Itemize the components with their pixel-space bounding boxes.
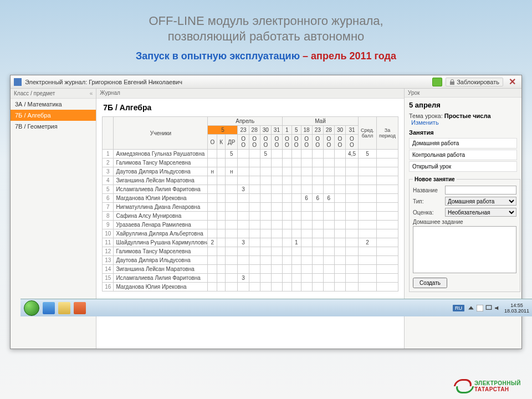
grade-cell[interactable]: 6	[312, 194, 323, 203]
grade-cell[interactable]	[249, 221, 260, 229]
grade-cell[interactable]	[291, 194, 301, 203]
homework-textarea[interactable]	[413, 226, 516, 273]
grade-cell[interactable]	[249, 212, 260, 221]
grade-cell[interactable]	[301, 185, 312, 194]
grade-cell[interactable]	[208, 176, 217, 185]
grade-cell[interactable]	[346, 247, 359, 256]
grade-cell[interactable]: 3	[238, 274, 249, 283]
grade-cell[interactable]	[249, 283, 260, 291]
grade-cell[interactable]	[226, 176, 238, 185]
grade-cell[interactable]	[260, 238, 271, 247]
grade-cell[interactable]	[312, 238, 323, 247]
grade-cell[interactable]	[226, 221, 238, 229]
grade-cell[interactable]	[217, 150, 226, 158]
grade-cell[interactable]: 2	[208, 238, 217, 247]
grade-cell[interactable]	[282, 221, 291, 229]
grade-cell[interactable]	[260, 203, 271, 212]
grade-cell[interactable]	[312, 212, 323, 221]
grade-cell[interactable]: н	[208, 167, 217, 176]
grade-cell[interactable]	[282, 150, 291, 158]
grade-cell[interactable]	[323, 221, 334, 229]
grade-cell[interactable]	[301, 176, 312, 185]
grade-cell[interactable]	[217, 283, 226, 291]
activity-item-0[interactable]: Домашняя работа	[409, 138, 517, 149]
grade-cell[interactable]	[323, 238, 334, 247]
grade-cell[interactable]	[301, 150, 312, 158]
grade-cell[interactable]	[217, 256, 226, 265]
grade-cell[interactable]	[271, 194, 282, 203]
grade-cell[interactable]	[358, 256, 376, 265]
grade-cell[interactable]	[260, 274, 271, 283]
grade-cell[interactable]	[301, 212, 312, 221]
grade-cell[interactable]	[282, 185, 291, 194]
grade-cell[interactable]	[282, 176, 291, 185]
grade-cell[interactable]	[217, 274, 226, 283]
grade-cell[interactable]	[208, 150, 217, 158]
grade-cell[interactable]	[238, 265, 249, 274]
grade-cell[interactable]	[312, 167, 323, 176]
grade-cell[interactable]	[346, 265, 359, 274]
grade-cell[interactable]	[323, 265, 334, 274]
grade-cell[interactable]	[346, 274, 359, 283]
grade-cell[interactable]	[271, 238, 282, 247]
grade-cell[interactable]	[358, 194, 376, 203]
grade-cell[interactable]	[238, 150, 249, 158]
volume-icon[interactable]	[494, 305, 501, 311]
sidebar-item-0[interactable]: 3А / Математика	[11, 99, 96, 110]
grade-cell[interactable]	[377, 158, 398, 167]
grade-cell[interactable]	[260, 247, 271, 256]
grade-cell[interactable]	[358, 203, 376, 212]
taskbar-clock[interactable]: 14:55 18.03.2011	[504, 303, 529, 314]
grade-cell[interactable]	[334, 221, 345, 229]
grade-cell[interactable]	[291, 150, 301, 158]
grade-cell[interactable]	[291, 256, 301, 265]
grade-cell[interactable]	[208, 247, 217, 256]
grade-cell[interactable]	[260, 167, 271, 176]
grade-cell[interactable]	[323, 247, 334, 256]
grade-cell[interactable]	[238, 221, 249, 229]
grade-cell[interactable]	[282, 203, 291, 212]
grade-cell[interactable]	[208, 265, 217, 274]
grade-cell[interactable]	[346, 185, 359, 194]
grade-cell[interactable]	[217, 185, 226, 194]
grade-cell[interactable]	[312, 150, 323, 158]
grade-cell[interactable]	[226, 256, 238, 265]
sidebar-item-1[interactable]: 7Б / Алгебра	[11, 110, 96, 121]
grade-cell[interactable]	[238, 256, 249, 265]
taskbar-powerpoint-icon[interactable]	[74, 302, 86, 314]
activity-item-1[interactable]: Контрольная работа	[409, 150, 517, 160]
grade-cell[interactable]	[249, 265, 260, 274]
taskbar-ie-icon[interactable]	[43, 302, 55, 314]
grade-cell[interactable]	[323, 283, 334, 291]
grade-cell[interactable]	[358, 221, 376, 229]
grade-cell[interactable]	[271, 256, 282, 265]
grade-cell[interactable]: 4,5	[346, 150, 359, 158]
grade-cell[interactable]	[334, 238, 345, 247]
grade-cell[interactable]	[334, 176, 345, 185]
grade-cell[interactable]	[358, 283, 376, 291]
grade-cell[interactable]	[358, 274, 376, 283]
grade-cell[interactable]	[282, 238, 291, 247]
grade-cell[interactable]	[260, 158, 271, 167]
grade-cell[interactable]	[346, 176, 359, 185]
grade-cell[interactable]	[217, 265, 226, 274]
grade-cell[interactable]	[312, 265, 323, 274]
grade-cell[interactable]	[271, 274, 282, 283]
grade-cell[interactable]	[346, 283, 359, 291]
grade-cell[interactable]	[260, 229, 271, 238]
grade-cell[interactable]	[226, 274, 238, 283]
grade-cell[interactable]	[346, 194, 359, 203]
grade-cell[interactable]: 5	[226, 150, 238, 158]
grade-cell[interactable]	[312, 229, 323, 238]
grade-cell[interactable]: 5	[358, 150, 376, 158]
grade-cell[interactable]	[301, 283, 312, 291]
grade-cell[interactable]	[291, 185, 301, 194]
grade-cell[interactable]	[377, 256, 398, 265]
grade-cell[interactable]	[271, 229, 282, 238]
grade-cell[interactable]	[238, 229, 249, 238]
grade-cell[interactable]	[334, 158, 345, 167]
grade-cell[interactable]	[312, 221, 323, 229]
grade-cell[interactable]	[377, 265, 398, 274]
grade-cell[interactable]	[217, 176, 226, 185]
grade-cell[interactable]	[312, 185, 323, 194]
